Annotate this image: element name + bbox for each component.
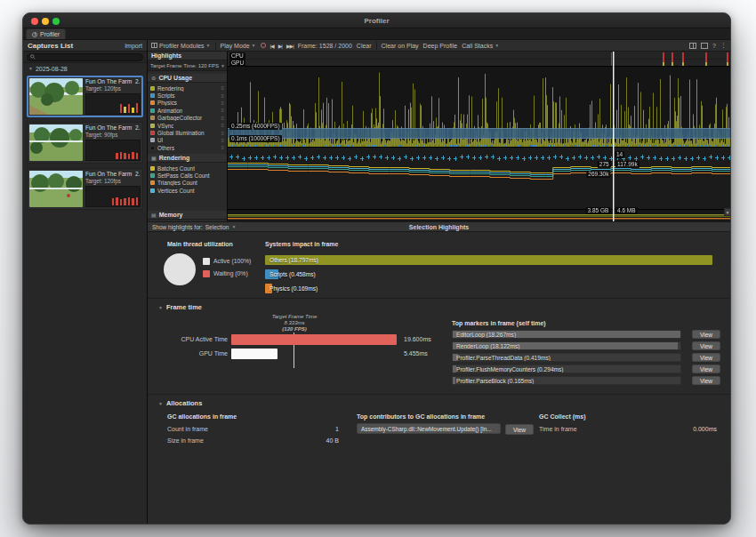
drag-handle-icon[interactable]: ≡: [221, 93, 224, 99]
view-button[interactable]: View: [692, 341, 720, 350]
tab-profiler[interactable]: Profiler: [26, 28, 66, 39]
capture-thumbnail: [29, 78, 83, 115]
legend-item-setpass-calls-count[interactable]: SetPass Calls Count: [148, 172, 227, 179]
legend-swatch: [150, 93, 155, 98]
minimize-window-button[interactable]: [42, 18, 49, 25]
legend-item-triangles-count[interactable]: Triangles Count: [148, 180, 227, 187]
view-button[interactable]: View: [692, 376, 720, 385]
rendering-module-header[interactable]: ▦ Rendering: [148, 154, 227, 163]
call-stacks-dropdown[interactable]: Call Stacks▼: [462, 43, 499, 49]
clear-button[interactable]: Clear: [357, 43, 372, 49]
selection-highlights-title: Selection Highlights: [148, 224, 730, 230]
memory-module-header[interactable]: ▤ Memory: [148, 211, 227, 220]
capture-frame-bars: [85, 93, 141, 115]
profiler-toolbar: Profiler Modules▼ Play Mode▼ |◀ ▶| ▶▶| F…: [148, 40, 730, 52]
threshold-label-01ms: 0.1ms (10000FPS): [229, 135, 282, 142]
legend-item-global-illumination[interactable]: Global Illumination≡: [148, 129, 227, 136]
systems-bar-physics: Physics (0.169ms): [265, 284, 272, 293]
play-mode-dropdown[interactable]: Play Mode▼: [221, 43, 256, 49]
capture-thumbnail: [29, 124, 83, 161]
time-in-frame-value: 0.000ms: [646, 426, 717, 432]
size-in-frame-value: 40 B: [308, 437, 339, 444]
cpu-active-time-bar: [231, 334, 397, 345]
drag-handle-icon[interactable]: ≡: [221, 108, 224, 113]
maximize-window-button[interactable]: [52, 18, 60, 25]
current-frame-button[interactable]: ▶▶|: [286, 43, 294, 49]
record-icon[interactable]: [261, 43, 266, 48]
time-in-frame-label: Time in frame: [539, 426, 577, 432]
foldout-arrow-icon: ▼: [158, 401, 163, 406]
legend-item-physics[interactable]: Physics≡: [148, 100, 227, 107]
drag-handle-icon[interactable]: ≡: [221, 123, 224, 128]
profiler-modules-dropdown[interactable]: Profiler Modules▼: [151, 43, 211, 49]
marker-batches-value: 275: [598, 161, 611, 168]
legend-item-others[interactable]: Others≡: [148, 144, 227, 151]
import-button[interactable]: Import: [125, 43, 142, 49]
view-button[interactable]: View: [505, 424, 534, 435]
capture-item-2[interactable]: Fun On The Farm_2... Target: 90fps: [27, 122, 143, 164]
help-icon[interactable]: ?: [712, 43, 716, 49]
cpu-usage-module-header[interactable]: ⚙ CPU Usage: [148, 74, 227, 83]
module-legend-column: Highlights Target Frame Time: 120 FPS▼ ⚙…: [148, 52, 228, 221]
allocations-foldout[interactable]: ▼ Allocations: [158, 399, 202, 407]
view-button[interactable]: View: [692, 353, 720, 362]
drag-handle-icon[interactable]: ≡: [221, 100, 224, 106]
legend-item-batches-count[interactable]: Batches Count: [148, 164, 227, 172]
deep-profile-toggle[interactable]: Deep Profile: [423, 43, 458, 49]
view-button[interactable]: View: [692, 365, 720, 373]
capture-item-1[interactable]: Fun On The Farm_2... Target: 120fps: [27, 76, 143, 117]
save-icon[interactable]: [701, 43, 708, 49]
previous-frame-button[interactable]: |◀: [270, 43, 274, 49]
layout-icon[interactable]: [689, 43, 696, 49]
frame-time-foldout[interactable]: ▼ Frame time: [158, 303, 202, 311]
captures-search-input[interactable]: [27, 53, 143, 61]
drag-handle-icon[interactable]: ≡: [221, 116, 224, 121]
view-button[interactable]: View: [692, 330, 720, 339]
gc-allocations-title: GC allocations in frame: [167, 413, 237, 420]
drag-handle-icon[interactable]: ≡: [221, 138, 224, 143]
legend-item-ui[interactable]: UI≡: [148, 137, 227, 144]
active-legend-label: Active (100%): [213, 258, 251, 264]
legend-item-vertices-count[interactable]: Vertices Count: [148, 187, 227, 194]
clear-on-play-toggle[interactable]: Clear on Play: [382, 43, 419, 49]
gpu-time-bar: [231, 349, 397, 359]
profiler-charts-canvas[interactable]: [228, 52, 731, 221]
legend-item-garbagecollector[interactable]: GarbageCollector≡: [148, 115, 227, 122]
legend-item-vsync[interactable]: VSync≡: [148, 122, 227, 129]
drag-handle-icon[interactable]: ≡: [221, 85, 224, 91]
legend-item-animation[interactable]: Animation≡: [148, 107, 227, 114]
legend-swatch: [150, 166, 155, 171]
target-frame-time-dropdown[interactable]: Target Frame Time: 120 FPS▼: [148, 60, 227, 71]
capture-item-3[interactable]: Fun On The Farm_2... Target: 120fps: [27, 168, 143, 210]
close-window-button[interactable]: [31, 18, 38, 25]
marker-row-editorloop: EditorLoop (18.267ms): [452, 330, 681, 339]
target-frame-time-annotation: Target Frame Time 8.333ms (120 FPS): [254, 314, 334, 333]
highlights-module-header[interactable]: Highlights: [148, 52, 227, 60]
drag-handle-icon[interactable]: ≡: [221, 145, 224, 150]
captures-sidebar: Captures List Import ▼ 2025-08-28: [23, 40, 148, 525]
capture-thumbnail: [29, 171, 83, 207]
gpu-time-value: 5.455ms: [404, 350, 428, 357]
memory-chart-dropdown-icon[interactable]: ▼: [724, 208, 731, 216]
capture-frame-bars: [85, 186, 141, 207]
capture-name: Fun On The Farm_2...: [85, 78, 141, 84]
marker-row-parsethreaddata: Profiler.ParseThreadData (0.419ms): [452, 353, 681, 362]
next-frame-button[interactable]: ▶|: [278, 43, 282, 49]
profiler-gauge-icon: [32, 32, 37, 37]
top-contributor-item[interactable]: Assembly-CSharp.dll::NewMovement.Update(…: [357, 423, 501, 434]
kebab-menu-icon[interactable]: ⋮: [720, 42, 727, 49]
capture-name: Fun On The Farm_2...: [85, 124, 141, 131]
size-in-frame-label: Size in frame: [167, 437, 204, 444]
drag-handle-icon[interactable]: ≡: [221, 131, 224, 136]
count-in-frame-value: 1: [308, 426, 339, 432]
capture-frame-bars: [85, 140, 141, 161]
legend-item-scripts[interactable]: Scripts≡: [148, 92, 227, 99]
cpu-active-time-value: 19.600ms: [404, 336, 431, 342]
legend-swatch: [150, 138, 155, 142]
systems-bar-scripts: Scripts (0.458ms): [265, 269, 278, 279]
marker-row-renderloop: RenderLoop (18.122ms): [452, 341, 681, 350]
capture-group-row[interactable]: ▼ 2025-08-28: [23, 63, 147, 74]
legend-swatch: [150, 188, 155, 193]
main-thread-utilization-title: Main thread utilization: [167, 241, 233, 247]
legend-item-rendering[interactable]: Rendering≡: [148, 84, 227, 92]
